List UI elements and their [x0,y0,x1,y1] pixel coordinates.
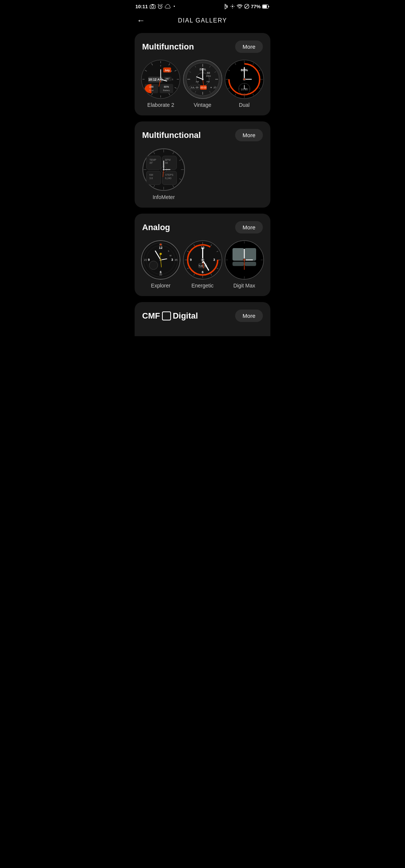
status-left: 10:11 · [135,3,175,10]
svg-text:12: 12 [159,246,163,250]
dials-grid-multifunctional: TEMP 35° BPM 68 KM 3.6 STEPS 6,240 [142,148,263,200]
dial-name-digitmax: Digit Max [233,283,255,289]
svg-rect-12 [263,5,267,8]
svg-point-8 [239,8,240,9]
battery-text: 77% [251,4,261,9]
svg-text:T: T [160,65,162,67]
section-multifunctional: Multifunctional More [135,121,270,208]
svg-text:3: 3 [213,258,215,262]
svg-text:M: M [170,254,172,257]
svg-text:6: 6 [202,270,204,274]
dial-name-infometer: InfoMeter [153,194,175,200]
cmf-digital-text: Digital [173,311,198,321]
svg-line-6 [158,4,159,5]
more-button-multifunctional[interactable]: More [235,129,263,141]
svg-text:35°: 35° [149,162,153,164]
section-title-analog: Analog [142,223,170,232]
dial-face-dual: 80% 10:12 [225,60,264,99]
svg-text:✦: ✦ [210,86,212,89]
page-title: DIAL GALLERY [178,17,227,24]
dial-item-vintage[interactable]: 80% 68 BPM AM PM JUL 09 00:00 [184,60,221,108]
section-header-cmfdigital: CMF Digital More [142,310,263,322]
dial-item-explorer[interactable]: 00 30 15 45 12 3 6 9 S [142,240,179,289]
svg-rect-188 [232,262,244,266]
wifi-icon [237,4,243,9]
svg-text:S: S [168,250,170,252]
svg-text:BPM: BPM [165,159,171,161]
dials-grid-multifunction: July T F S M O N 10:12 AM 25° [142,60,263,108]
more-button-analog[interactable]: More [235,221,263,233]
more-button-multifunction[interactable]: More [235,40,263,53]
svg-point-198 [243,259,245,261]
svg-text:6,240: 6,240 [165,177,171,180]
svg-text:F: F [171,70,172,72]
svg-text:AM: AM [195,81,199,83]
cloud-icon [165,4,171,9]
svg-text:156: 156 [149,85,153,88]
section-header-multifunctional: Multifunctional More [142,129,263,141]
svg-rect-119 [147,156,161,169]
svg-point-48 [160,79,161,80]
svg-text:15: 15 [144,259,147,261]
svg-point-136 [163,169,164,170]
dial-name-explorer: Explorer [151,283,171,289]
dial-item-dual[interactable]: 80% 10:12 [226,60,263,108]
svg-line-5 [160,7,161,7]
dial-face-explorer: 00 30 15 45 12 3 6 9 S [141,240,180,280]
dial-face-energetic: 12 3 6 9 TUE 09 [183,240,222,280]
svg-point-1 [152,6,154,8]
svg-text:BPM: BPM [206,75,211,77]
dial-face-vintage: 80% 68 BPM AM PM JUL 09 00:00 [183,60,222,99]
cmf-square-icon [162,311,171,320]
section-cmfdigital: CMF Digital More [135,302,270,336]
dot-indicator: · [173,3,175,10]
svg-text:July: July [165,69,170,72]
svg-text:80%: 80% [164,85,169,88]
svg-text:25°: 25° [165,77,170,81]
svg-rect-125 [147,171,161,184]
section-header-multifunction: Multifunction More [142,40,263,53]
svg-text:00:00: 00:00 [200,86,207,89]
svg-text:JUL 09: JUL 09 [190,86,198,89]
back-button[interactable]: ← [137,16,145,25]
section-analog: Analog More 00 30 15 45 [135,214,270,296]
dial-item-elaborate2[interactable]: July T F S M O N 10:12 AM 25° [142,60,179,108]
photo-icon [150,4,156,9]
dial-face-digitmax [225,240,264,280]
dial-item-energetic[interactable]: 12 3 6 9 TUE 09 [184,240,221,289]
battery-icon [262,4,270,9]
dial-item-infometer[interactable]: TEMP 35° BPM 68 KM 3.6 STEPS 6,240 [142,148,185,200]
svg-text:45: 45 [175,259,178,261]
svg-text:25°: 25° [213,87,217,89]
svg-text:3.6: 3.6 [149,177,153,180]
mute-icon [230,4,235,9]
svg-text:9: 9 [190,258,192,262]
dial-name-dual: Dual [239,102,250,108]
svg-text:KM: KM [149,174,153,176]
more-button-cmfdigital[interactable]: More [235,310,263,322]
svg-point-97 [243,79,245,80]
svg-rect-187 [244,248,256,260]
svg-rect-189 [244,262,256,266]
section-title-multifunction: Multifunction [142,42,194,52]
main-content: Multifunction More [129,33,276,336]
svg-point-157 [160,259,162,261]
svg-text:68: 68 [207,71,210,75]
time-display: 10:11 [135,4,148,9]
svg-text:3: 3 [171,258,173,262]
dial-face-infometer: TEMP 35° BPM 68 KM 3.6 STEPS 6,240 [142,148,185,191]
svg-line-7 [162,4,162,5]
svg-line-10 [245,4,249,8]
cmf-logo: CMF Digital [142,311,198,321]
dial-face-elaborate2: July T F S M O N 10:12 AM 25° [141,60,180,99]
svg-text:PM: PM [206,81,210,83]
dial-name-energetic: Energetic [191,283,213,289]
dial-name-vintage: Vintage [194,102,211,108]
svg-rect-183 [202,262,203,263]
section-header-analog: Analog More [142,221,263,233]
svg-rect-2 [152,4,154,5]
dial-item-digitmax[interactable]: Digit Max [226,240,263,289]
bluetooth-icon [224,4,228,9]
svg-text:Battery: Battery [163,89,170,91]
svg-text:TEMP: TEMP [149,159,156,161]
